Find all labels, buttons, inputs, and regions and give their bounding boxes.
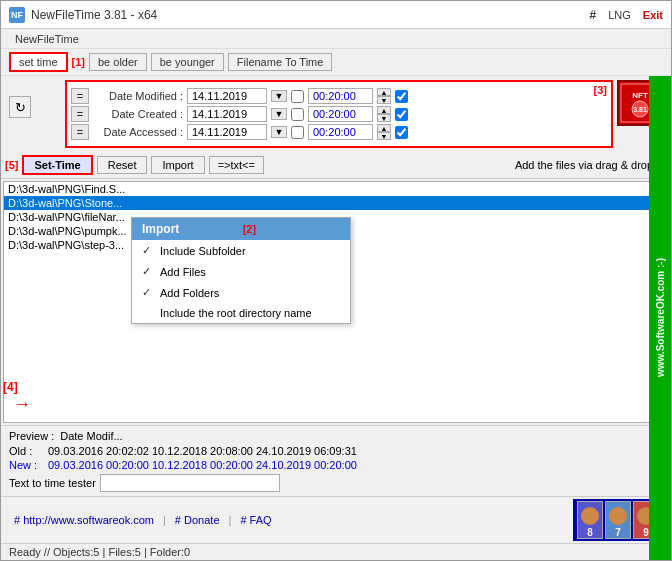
preview-new-row: New : 09.03.2016 00:20:00 10.12.2018 00:…: [9, 458, 663, 472]
add-folders-label: Add Folders: [160, 287, 219, 299]
eq-modified-button[interactable]: =: [71, 88, 89, 104]
list-item[interactable]: D:\3d-wal\PNG\Find.S...: [4, 182, 668, 196]
title-bar: NF NewFileTime 3.81 - x64 # LNG Exit: [1, 1, 671, 29]
preview-section: Preview : Date Modif... Old : 09.03.2016…: [1, 425, 671, 496]
date-accessed-row: = Date Accessed : ▼ ▲ ▼: [71, 124, 607, 140]
include-subfolder-label: Include Subfolder: [160, 245, 246, 257]
time-created-up[interactable]: ▲: [377, 106, 391, 114]
add-files-item[interactable]: ✓ Add Files: [132, 261, 350, 282]
date-accessed-dropdown[interactable]: ▼: [271, 126, 287, 138]
lng-button[interactable]: LNG: [608, 9, 631, 21]
date-accessed-label: Date Accessed :: [93, 126, 183, 138]
time-modified-checkbox[interactable]: [395, 90, 408, 103]
include-subfolder-item[interactable]: ✓ Include Subfolder: [132, 240, 350, 261]
time-created-spinner: ▲ ▼: [377, 106, 391, 122]
date-modified-checkbox[interactable]: [291, 90, 304, 103]
status-bar: Ready // Objects:5 | Files:5 | Folder:0: [1, 543, 671, 560]
date-section: [3] = Date Modified : ▼ ▲ ▼: [65, 80, 613, 148]
svg-text:3.81: 3.81: [633, 106, 647, 113]
preview-date-modi: Date Modif...: [60, 430, 122, 442]
date-created-input[interactable]: [187, 106, 267, 122]
include-root-item[interactable]: Include the root directory name: [132, 303, 350, 323]
date-accessed-input[interactable]: [187, 124, 267, 140]
refresh-icon-container: ↻: [9, 96, 31, 118]
preview-label-bar: Preview : Date Modif...: [9, 430, 663, 442]
menu-newfiletime[interactable]: NewFileTime: [9, 32, 85, 46]
time-accessed-down[interactable]: ▼: [377, 132, 391, 140]
label-3: [3]: [594, 84, 607, 96]
include-root-label: Include the root directory name: [160, 307, 312, 319]
time-modified-spinner: ▲ ▼: [377, 88, 391, 104]
side-banner-text: www.SoftwareOK.com :-): [655, 258, 666, 377]
txt-button[interactable]: =>txt<=: [209, 156, 264, 174]
char-7: 7: [605, 501, 631, 539]
time-accessed-spinner: ▲ ▼: [377, 124, 391, 140]
date-accessed-checkbox[interactable]: [291, 126, 304, 139]
text-time-tester-label: Text to time tester: [9, 477, 96, 489]
date-modified-input[interactable]: [187, 88, 267, 104]
main-area: ↻ [3] = Date Modified : ▼ ▲ ▼: [1, 76, 671, 560]
date-modified-label: Date Modified :: [93, 90, 183, 102]
file-list-area: D:\3d-wal\PNG\Find.S... D:\3d-wal\PNG\St…: [1, 179, 671, 425]
check-root-icon: [142, 307, 154, 319]
time-created-input[interactable]: [308, 106, 373, 122]
time-created-down[interactable]: ▼: [377, 114, 391, 122]
time-modified-input[interactable]: [308, 88, 373, 104]
menu-bar: NewFileTime: [1, 29, 671, 49]
be-younger-button[interactable]: be younger: [151, 53, 224, 71]
refresh-button[interactable]: ↻: [9, 96, 31, 118]
donate-link[interactable]: # Donate: [170, 512, 225, 528]
label-2: [2]: [243, 223, 256, 235]
preview-new-label: New :: [9, 459, 44, 471]
side-banner: www.SoftwareOK.com :-): [649, 76, 671, 560]
add-files-menu-label: Add Files: [160, 266, 206, 278]
time-accessed-checkbox[interactable]: [395, 126, 408, 139]
list-item[interactable]: D:\3d-wal\PNG\Stone...: [4, 196, 668, 210]
date-modified-row: = Date Modified : ▼ ▲ ▼: [71, 88, 607, 104]
set-time-button[interactable]: Set-Time: [22, 155, 92, 175]
toolbar: set time [1] be older be younger Filenam…: [1, 49, 671, 76]
time-created-checkbox[interactable]: [395, 108, 408, 121]
label-5: [5]: [5, 159, 18, 171]
import-dropdown-menu: Import [2] ✓ Include Subfolder ✓ Add Fil…: [131, 217, 351, 324]
eq-created-button[interactable]: =: [71, 106, 89, 122]
action-bar: [5] Set-Time Reset Import =>txt<= Add th…: [1, 152, 671, 179]
time-modified-up[interactable]: ▲: [377, 88, 391, 96]
preview-old-row: Old : 09.03.2016 20:02:02 10.12.2018 20:…: [9, 444, 663, 458]
date-created-dropdown[interactable]: ▼: [271, 108, 287, 120]
add-folders-item[interactable]: ✓ Add Folders: [132, 282, 350, 303]
set-time-toolbar-button[interactable]: set time: [9, 52, 68, 72]
check-addfolders-icon: ✓: [142, 286, 154, 299]
check-subfolder-icon: ✓: [142, 244, 154, 257]
svg-text:NFT: NFT: [632, 91, 648, 100]
time-accessed-up[interactable]: ▲: [377, 124, 391, 132]
faq-link[interactable]: # FAQ: [235, 512, 276, 528]
be-older-button[interactable]: be older: [89, 53, 147, 71]
date-modified-dropdown[interactable]: ▼: [271, 90, 287, 102]
time-accessed-input[interactable]: [308, 124, 373, 140]
reset-button[interactable]: Reset: [97, 156, 148, 174]
add-files-label: Add the files via drag & drop: [515, 159, 653, 171]
preview-new-values: 09.03.2016 00:20:00 10.12.2018 00:20:00 …: [48, 459, 357, 471]
window-title: NewFileTime 3.81 - x64: [31, 8, 157, 22]
website-link[interactable]: # http://www.softwareok.com: [9, 512, 159, 528]
import-button[interactable]: Import: [151, 156, 204, 174]
date-created-row: = Date Created : ▼ ▲ ▼: [71, 106, 607, 122]
status-text: Ready // Objects:5 | Files:5 | Folder:0: [9, 546, 190, 558]
app-icon: NF: [9, 7, 25, 23]
char-8: 8: [577, 501, 603, 539]
left-area: ↻ [3] = Date Modified : ▼ ▲ ▼: [1, 76, 671, 560]
date-area: ↻ [3] = Date Modified : ▼ ▲ ▼: [1, 76, 671, 152]
time-modified-down[interactable]: ▼: [377, 96, 391, 104]
exit-button[interactable]: Exit: [643, 9, 663, 21]
eq-accessed-button[interactable]: =: [71, 124, 89, 140]
text-time-tester-input[interactable]: [100, 474, 280, 492]
filename-to-time-button[interactable]: Filename To Time: [228, 53, 333, 71]
bottom-links: # http://www.softwareok.com | # Donate |…: [1, 496, 671, 543]
hash-label: #: [590, 8, 597, 22]
preview-label: Preview :: [9, 430, 54, 442]
title-bar-right: # LNG Exit: [590, 8, 664, 22]
date-created-checkbox[interactable]: [291, 108, 304, 121]
preview-old-label: Old :: [9, 445, 44, 457]
main-window: NF NewFileTime 3.81 - x64 # LNG Exit New…: [0, 0, 672, 561]
